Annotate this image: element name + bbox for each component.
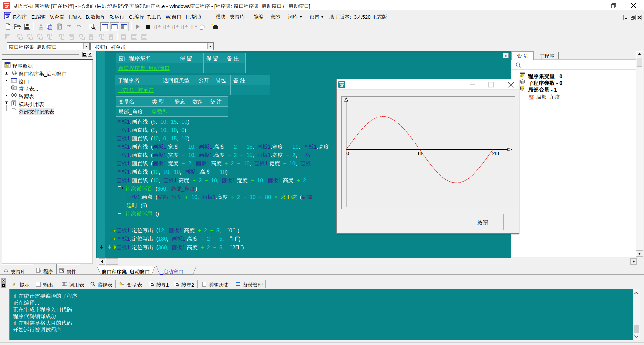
svg-text:2Π: 2Π <box>492 150 499 157</box>
svg-text:{}: {} <box>154 24 157 29</box>
svg-text:{}: {} <box>190 24 194 29</box>
svg-text:{}: {} <box>172 24 175 29</box>
svg-text:{}: {} <box>181 24 184 29</box>
svg-text:?: ? <box>13 281 16 287</box>
svg-text:e: e <box>521 74 522 77</box>
svg-text:e: e <box>6 64 7 67</box>
svg-text:?: ? <box>211 23 213 27</box>
svg-text:Π: Π <box>418 150 422 157</box>
svg-text:0: 0 <box>346 150 349 156</box>
svg-text:{}: {} <box>163 24 166 29</box>
